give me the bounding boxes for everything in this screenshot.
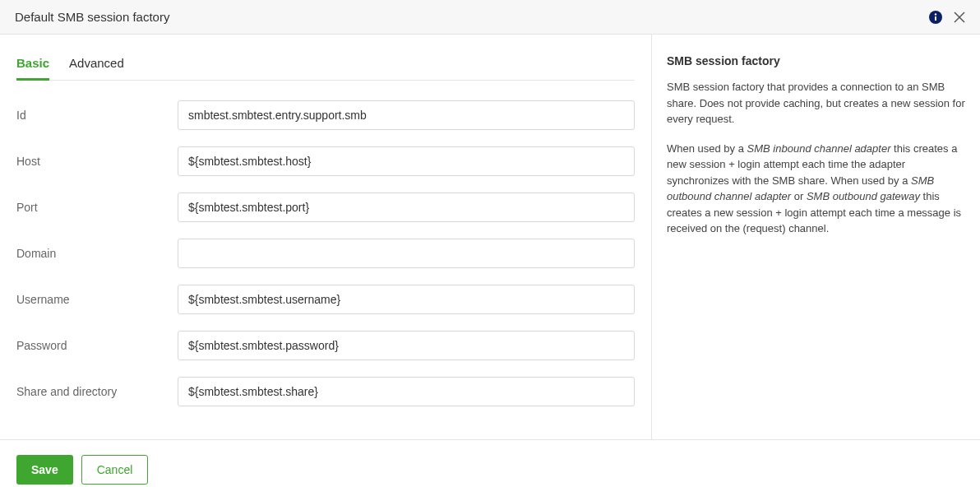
row-host: Host: [16, 146, 635, 176]
help-title: SMB session factory: [667, 54, 965, 67]
label-port: Port: [16, 201, 178, 214]
row-domain: Domain: [16, 239, 635, 268]
info-icon[interactable]: [929, 11, 942, 24]
row-password: Password: [16, 331, 635, 360]
input-domain[interactable]: [178, 239, 635, 268]
input-port[interactable]: [178, 192, 635, 222]
modal-header: Default SMB session factory: [0, 0, 980, 35]
help-paragraph-1: SMB session factory that provides a conn…: [667, 79, 965, 128]
input-host[interactable]: [178, 146, 635, 176]
help-text: or: [791, 190, 807, 202]
modal-content: Basic Advanced Id Host Port Domain Usern…: [0, 35, 980, 439]
help-panel: SMB session factory SMB session factory …: [651, 35, 980, 439]
tabs: Basic Advanced: [16, 51, 635, 81]
close-icon[interactable]: [954, 12, 965, 23]
cancel-button[interactable]: Cancel: [81, 455, 149, 485]
row-port: Port: [16, 192, 635, 222]
help-paragraph-2: When used by a SMB inbound channel adapt…: [667, 141, 965, 237]
modal-title: Default SMB session factory: [15, 10, 169, 24]
help-em: SMB inbound channel adapter: [747, 142, 891, 155]
tab-basic[interactable]: Basic: [16, 51, 49, 80]
row-id: Id: [16, 100, 635, 130]
label-password: Password: [16, 339, 178, 352]
help-em: SMB outbound gateway: [807, 190, 920, 202]
modal-dialog: Default SMB session factory Basic A: [0, 0, 980, 487]
form-panel: Basic Advanced Id Host Port Domain Usern…: [0, 35, 651, 439]
tab-advanced[interactable]: Advanced: [69, 51, 124, 80]
label-username: Username: [16, 293, 178, 306]
svg-rect-1: [935, 16, 936, 21]
help-text: When used by a: [667, 142, 747, 155]
svg-point-2: [935, 13, 936, 15]
input-password[interactable]: [178, 331, 635, 360]
input-share[interactable]: [178, 377, 635, 406]
label-id: Id: [16, 109, 178, 122]
label-domain: Domain: [16, 247, 178, 260]
input-id[interactable]: [178, 100, 635, 130]
label-share: Share and directory: [16, 385, 178, 398]
label-host: Host: [16, 155, 178, 168]
header-actions: [929, 11, 965, 24]
row-username: Username: [16, 285, 635, 314]
row-share: Share and directory: [16, 377, 635, 406]
input-username[interactable]: [178, 285, 635, 314]
save-button[interactable]: Save: [16, 455, 73, 485]
modal-footer: Save Cancel: [0, 439, 980, 487]
